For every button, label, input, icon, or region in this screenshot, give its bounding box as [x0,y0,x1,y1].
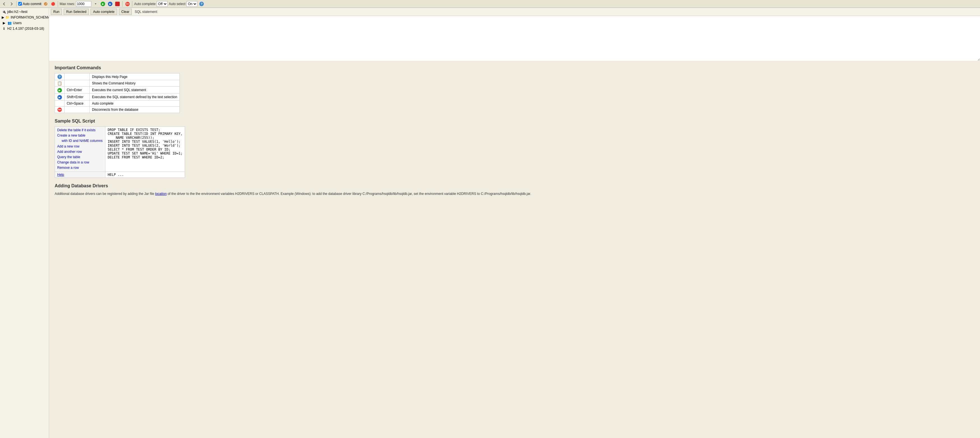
command-row-disconnect: ⛔ Disconnects from the database [55,107,180,113]
auto-complete-toolbar-label: Auto complete [134,2,156,6]
auto-select-select[interactable]: On Off [186,1,197,7]
auto-complete-select[interactable]: Off On [157,1,168,7]
command-desc-help: Displays this Help Page [90,73,180,80]
command-desc-history: Shows the Command History [90,80,180,87]
command-shortcut-history [64,80,90,87]
toolbar: Auto commit ↺ 🔴 Max rows: ▶ ▶ ⛔ Auto com… [0,0,980,8]
help-code-text: HELP ... [108,173,124,177]
sample-link-remove[interactable]: Remove a row [57,165,103,170]
auto-commit-text: Auto commit [23,2,41,6]
sample-link-create[interactable]: Create a new table [57,133,103,138]
sep2 [58,1,58,7]
help-toolbar-icon[interactable]: ? [199,1,205,7]
command-desc-autocomplete: Auto complete [90,101,180,107]
drivers-text-2: of the driver to the the environment var… [167,192,531,196]
sql-statement-label: SQL statement: [135,10,158,14]
connection-icon: 🔌 [2,10,6,14]
command-row-history: 📋 Shows the Command History [55,80,180,87]
version-label: H2 1.4.197 (2018-03-18) [7,27,44,30]
command-icon-run: ▶ [55,87,64,94]
content-area: Run Run Selected Auto complete Clear SQL… [49,8,980,438]
sample-link-change[interactable]: Change data in a row [57,160,103,165]
sql-editor[interactable] [49,16,980,61]
sidebar-version: ℹ H2 1.4.197 (2018-03-18) [0,26,49,32]
max-rows-label: Max rows: [60,2,75,6]
commit-icon[interactable]: ↺ [43,1,49,7]
run-selected-icon[interactable]: ▶ [107,1,113,7]
info-icon: ℹ [2,26,6,31]
sample-help-link-cell: Help [55,172,105,177]
sep4 [132,1,132,7]
sample-link-delete[interactable]: Delete the table if it exists [57,127,103,133]
expand-icon-info: ▶ [2,15,4,20]
sep3 [122,1,123,7]
sidebar-item-information-schema[interactable]: ▶ 📁 INFORMATION_SCHEMA [0,14,49,20]
sample-links-cell: Delete the table if it exists Create a n… [55,127,105,172]
command-shortcut-disconnect [64,107,90,113]
sample-code-cell: DROP TABLE IF EXISTS TEST; CREATE TABLE … [105,127,185,172]
sidebar-connection[interactable]: 🔌 jdbc:h2:~/test [0,9,49,14]
sample-help-code-cell: HELP ... [105,172,185,177]
nav-back-icon[interactable] [1,1,7,7]
max-rows-input[interactable] [76,1,91,7]
run-button[interactable]: Run [51,9,62,15]
command-shortcut-run-sel: Shift+Enter [64,94,90,101]
drivers-text: Additional database drivers can be regis… [55,191,974,196]
information-schema-label: INFORMATION_SCHEMA [11,16,49,19]
command-shortcut-autocomplete: Ctrl+Space [64,101,90,107]
command-icon-history: 📋 [55,80,64,87]
command-icon-help: ? [55,73,64,80]
sample-sql-title: Sample SQL Script [55,119,974,124]
main-layout: 🔌 jdbc:h2:~/test ▶ 📁 INFORMATION_SCHEMA … [0,8,980,438]
command-desc-run: Executes the current SQL statement [90,87,180,94]
command-icon-disconnect: ⛔ [55,107,64,113]
command-icon-autocomplete [55,101,64,107]
command-shortcut-help [64,73,90,80]
sample-main-row: Delete the table if it exists Create a n… [55,127,185,172]
command-desc-disconnect: Disconnects from the database [90,107,180,113]
auto-commit-label[interactable]: Auto commit [18,2,41,6]
drivers-text-1: Additional database drivers can be regis… [55,192,155,196]
command-desc-run-sel: Executes the SQL statement defined by th… [90,94,180,101]
connection-label: jdbc:h2:~/test [7,10,27,14]
auto-select-label: Auto select [169,2,185,6]
max-rows-dropdown-icon[interactable] [92,1,99,7]
clear-button[interactable]: Clear [119,9,132,15]
disconnect-icon[interactable]: ⛔ [124,1,130,7]
rollback-icon[interactable]: 🔴 [50,1,56,7]
nav-forward-icon[interactable] [8,1,14,7]
command-icon-run-sel: ▶ [55,94,64,101]
sidebar: 🔌 jdbc:h2:~/test ▶ 📁 INFORMATION_SCHEMA … [0,8,49,438]
svg-text:🔴: 🔴 [51,2,55,6]
sidebar-item-users[interactable]: ▶ 👥 Users [0,20,49,26]
adding-drivers-title: Adding Database Drivers [55,183,974,188]
sample-link-add-another[interactable]: Add another row [57,149,103,154]
sample-link-add-row[interactable]: Add a new row [57,144,103,149]
folder-icon-info: 📁 [5,15,10,20]
sample-sql-table: Delete the table if it exists Create a n… [55,126,185,178]
sample-link-query[interactable]: Query the table [57,154,103,160]
command-shortcut-run: Ctrl+Enter [64,87,90,94]
command-row-help: ? Displays this Help Page [55,73,180,80]
expand-icon-users: ▶ [2,21,6,25]
help-content: Important Commands ? Displays this Help … [49,61,980,201]
auto-complete-button[interactable]: Auto complete [91,9,117,15]
commands-table: ? Displays this Help Page 📋 Shows the Co… [55,73,180,113]
sample-link-help[interactable]: Help [57,173,64,177]
stop-icon[interactable] [115,1,121,7]
svg-text:↺: ↺ [45,3,47,6]
command-row-run: ▶ Ctrl+Enter Executes the current SQL st… [55,87,180,94]
auto-commit-checkbox[interactable] [18,2,22,6]
important-commands-title: Important Commands [55,65,974,70]
sql-bar: Run Run Selected Auto complete Clear SQL… [49,8,980,16]
users-icon: 👥 [7,21,12,25]
command-row-autocomplete: Ctrl+Space Auto complete [55,101,180,107]
sample-link-columns[interactable]: with ID and NAME columns [57,138,103,143]
sample-help-row: Help HELP ... [55,172,185,177]
drivers-location-link[interactable]: location [155,192,167,196]
run-icon[interactable]: ▶ [100,1,106,7]
command-row-run-sel: ▶ Shift+Enter Executes the SQL statement… [55,94,180,101]
run-selected-button[interactable]: Run Selected [64,9,89,15]
users-label: Users [13,21,22,25]
